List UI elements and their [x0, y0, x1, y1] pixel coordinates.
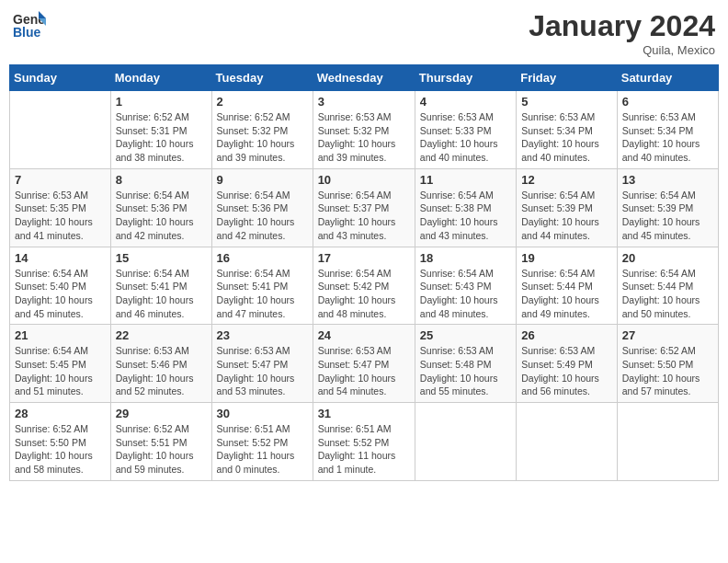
col-header-wednesday: Wednesday — [313, 65, 415, 91]
day-number: 24 — [318, 328, 410, 342]
day-number: 22 — [116, 328, 207, 342]
calendar-cell: 10Sunrise: 6:54 AMSunset: 5:37 PMDayligh… — [313, 168, 415, 247]
day-number: 21 — [15, 328, 106, 342]
day-number: 10 — [318, 173, 410, 187]
day-info: Sunrise: 6:52 AMSunset: 5:50 PMDaylight:… — [622, 344, 713, 398]
calendar-cell: 4Sunrise: 6:53 AMSunset: 5:33 PMDaylight… — [415, 91, 516, 169]
day-number: 8 — [116, 173, 207, 187]
calendar-cell — [10, 91, 111, 169]
day-number: 16 — [217, 251, 308, 265]
calendar-cell — [617, 403, 718, 481]
col-header-sunday: Sunday — [10, 65, 111, 91]
week-row-5: 28Sunrise: 6:52 AMSunset: 5:50 PMDayligh… — [10, 403, 719, 481]
day-info: Sunrise: 6:54 AMSunset: 5:36 PMDaylight:… — [217, 189, 308, 243]
day-info: Sunrise: 6:52 AMSunset: 5:31 PMDaylight:… — [116, 110, 207, 165]
day-number: 6 — [622, 95, 713, 109]
calendar-cell: 1Sunrise: 6:52 AMSunset: 5:31 PMDaylight… — [110, 91, 211, 169]
calendar-cell: 11Sunrise: 6:54 AMSunset: 5:38 PMDayligh… — [415, 168, 516, 247]
calendar-cell: 29Sunrise: 6:52 AMSunset: 5:51 PMDayligh… — [110, 403, 211, 481]
day-info: Sunrise: 6:53 AMSunset: 5:35 PMDaylight:… — [15, 189, 106, 243]
day-number: 26 — [521, 328, 612, 342]
day-number: 27 — [622, 328, 713, 342]
day-number: 23 — [217, 328, 308, 342]
day-info: Sunrise: 6:52 AMSunset: 5:50 PMDaylight:… — [15, 422, 106, 477]
day-number: 3 — [318, 95, 410, 109]
calendar-cell: 21Sunrise: 6:54 AMSunset: 5:45 PMDayligh… — [10, 325, 111, 403]
day-info: Sunrise: 6:53 AMSunset: 5:46 PMDaylight:… — [116, 344, 207, 398]
day-number: 1 — [116, 95, 207, 109]
day-info: Sunrise: 6:51 AMSunset: 5:52 PMDaylight:… — [217, 422, 308, 477]
day-number: 20 — [622, 251, 713, 265]
calendar-cell: 25Sunrise: 6:53 AMSunset: 5:48 PMDayligh… — [415, 325, 516, 403]
calendar-cell: 27Sunrise: 6:52 AMSunset: 5:50 PMDayligh… — [617, 325, 718, 403]
day-number: 9 — [217, 173, 308, 187]
calendar-cell: 30Sunrise: 6:51 AMSunset: 5:52 PMDayligh… — [211, 403, 313, 481]
calendar-cell: 14Sunrise: 6:54 AMSunset: 5:40 PMDayligh… — [10, 247, 111, 325]
day-info: Sunrise: 6:52 AMSunset: 5:32 PMDaylight:… — [217, 110, 308, 165]
day-number: 31 — [318, 407, 410, 420]
day-info: Sunrise: 6:54 AMSunset: 5:41 PMDaylight:… — [217, 267, 308, 321]
day-info: Sunrise: 6:53 AMSunset: 5:32 PMDaylight:… — [318, 110, 410, 165]
col-header-monday: Monday — [110, 65, 211, 91]
calendar-header-row: SundayMondayTuesdayWednesdayThursdayFrid… — [10, 65, 719, 91]
calendar-cell: 12Sunrise: 6:54 AMSunset: 5:39 PMDayligh… — [517, 168, 618, 247]
calendar-cell: 17Sunrise: 6:54 AMSunset: 5:42 PMDayligh… — [313, 247, 415, 325]
day-info: Sunrise: 6:53 AMSunset: 5:47 PMDaylight:… — [217, 344, 308, 398]
calendar-cell — [415, 403, 516, 481]
calendar-cell: 8Sunrise: 6:54 AMSunset: 5:36 PMDaylight… — [110, 168, 211, 247]
day-info: Sunrise: 6:54 AMSunset: 5:36 PMDaylight:… — [116, 189, 207, 243]
day-info: Sunrise: 6:54 AMSunset: 5:41 PMDaylight:… — [116, 267, 207, 321]
calendar-cell: 28Sunrise: 6:52 AMSunset: 5:50 PMDayligh… — [10, 403, 111, 481]
day-number: 2 — [217, 95, 308, 109]
title-block: January 2024 Quila, Mexico — [529, 9, 715, 57]
day-number: 19 — [521, 251, 612, 265]
day-info: Sunrise: 6:52 AMSunset: 5:51 PMDaylight:… — [116, 422, 207, 477]
day-info: Sunrise: 6:54 AMSunset: 5:43 PMDaylight:… — [420, 267, 511, 321]
day-info: Sunrise: 6:54 AMSunset: 5:42 PMDaylight:… — [318, 267, 410, 321]
day-number: 30 — [217, 407, 308, 420]
day-info: Sunrise: 6:53 AMSunset: 5:34 PMDaylight:… — [622, 110, 713, 165]
day-number: 28 — [15, 407, 106, 420]
day-number: 14 — [15, 251, 106, 265]
col-header-saturday: Saturday — [617, 65, 718, 91]
day-number: 25 — [420, 328, 511, 342]
week-row-3: 14Sunrise: 6:54 AMSunset: 5:40 PMDayligh… — [10, 247, 719, 325]
day-info: Sunrise: 6:54 AMSunset: 5:44 PMDaylight:… — [521, 267, 612, 321]
calendar-cell: 20Sunrise: 6:54 AMSunset: 5:44 PMDayligh… — [617, 247, 718, 325]
calendar-cell: 7Sunrise: 6:53 AMSunset: 5:35 PMDaylight… — [10, 168, 111, 247]
col-header-friday: Friday — [517, 65, 618, 91]
day-info: Sunrise: 6:54 AMSunset: 5:39 PMDaylight:… — [521, 189, 612, 243]
logo-graphic: General Blue — [13, 9, 46, 50]
calendar-cell: 23Sunrise: 6:53 AMSunset: 5:47 PMDayligh… — [211, 325, 313, 403]
calendar-cell: 18Sunrise: 6:54 AMSunset: 5:43 PMDayligh… — [415, 247, 516, 325]
col-header-thursday: Thursday — [415, 65, 516, 91]
week-row-1: 1Sunrise: 6:52 AMSunset: 5:31 PMDaylight… — [10, 91, 719, 169]
day-number: 7 — [15, 173, 106, 187]
day-number: 29 — [116, 407, 207, 420]
day-info: Sunrise: 6:54 AMSunset: 5:37 PMDaylight:… — [318, 189, 410, 243]
calendar-cell: 3Sunrise: 6:53 AMSunset: 5:32 PMDaylight… — [313, 91, 415, 169]
col-header-tuesday: Tuesday — [211, 65, 313, 91]
day-info: Sunrise: 6:54 AMSunset: 5:45 PMDaylight:… — [15, 344, 106, 398]
calendar-cell: 19Sunrise: 6:54 AMSunset: 5:44 PMDayligh… — [517, 247, 618, 325]
calendar-cell: 6Sunrise: 6:53 AMSunset: 5:34 PMDaylight… — [617, 91, 718, 169]
day-info: Sunrise: 6:53 AMSunset: 5:47 PMDaylight:… — [318, 344, 410, 398]
day-info: Sunrise: 6:54 AMSunset: 5:38 PMDaylight:… — [420, 189, 511, 243]
day-info: Sunrise: 6:53 AMSunset: 5:34 PMDaylight:… — [521, 110, 612, 165]
calendar-cell: 2Sunrise: 6:52 AMSunset: 5:32 PMDaylight… — [211, 91, 313, 169]
day-number: 18 — [420, 251, 511, 265]
day-info: Sunrise: 6:54 AMSunset: 5:39 PMDaylight:… — [622, 189, 713, 243]
day-number: 11 — [420, 173, 511, 187]
day-info: Sunrise: 6:54 AMSunset: 5:40 PMDaylight:… — [15, 267, 106, 321]
calendar-cell: 26Sunrise: 6:53 AMSunset: 5:49 PMDayligh… — [517, 325, 618, 403]
day-info: Sunrise: 6:53 AMSunset: 5:49 PMDaylight:… — [521, 344, 612, 398]
calendar-cell: 22Sunrise: 6:53 AMSunset: 5:46 PMDayligh… — [110, 325, 211, 403]
week-row-2: 7Sunrise: 6:53 AMSunset: 5:35 PMDaylight… — [10, 168, 719, 247]
day-number: 4 — [420, 95, 511, 109]
day-info: Sunrise: 6:51 AMSunset: 5:52 PMDaylight:… — [318, 422, 410, 477]
page-header: General Blue January 2024 Quila, Mexico — [9, 9, 719, 57]
calendar-cell: 13Sunrise: 6:54 AMSunset: 5:39 PMDayligh… — [617, 168, 718, 247]
day-info: Sunrise: 6:54 AMSunset: 5:44 PMDaylight:… — [622, 267, 713, 321]
location-label: Quila, Mexico — [529, 43, 715, 57]
calendar-cell: 15Sunrise: 6:54 AMSunset: 5:41 PMDayligh… — [110, 247, 211, 325]
